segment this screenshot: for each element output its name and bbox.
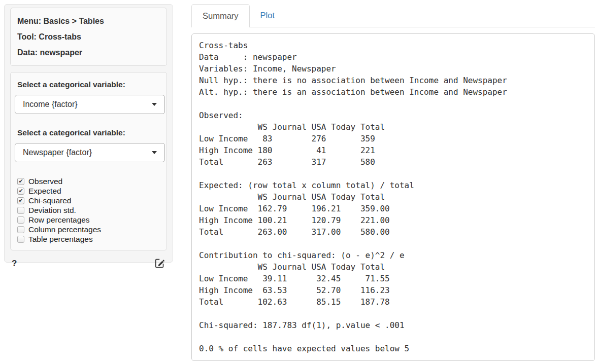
var1-label: Select a categorical variable:: [17, 80, 162, 89]
checkbox-label: Table percentages: [28, 235, 93, 244]
checkbox-checked-icon[interactable]: ✔: [17, 188, 24, 195]
checkbox-unchecked-icon[interactable]: [17, 216, 24, 224]
checkbox-row-expected[interactable]: ✔Expected: [15, 186, 162, 196]
checkbox-row-deviation-std[interactable]: Deviation std.: [15, 205, 162, 215]
var2-select[interactable]: Newspaper {factor}: [15, 143, 165, 162]
tab-bar: SummaryPlot: [191, 4, 595, 27]
checkbox-row-row-percentages[interactable]: Row percentages: [15, 215, 162, 225]
var2-selected-value: Newspaper {factor}: [23, 148, 92, 157]
tab-summary[interactable]: Summary: [191, 4, 250, 27]
output-options-list: ✔Observed✔Expected✔Chi-squaredDeviation …: [15, 176, 162, 244]
sidebar-footer: ?: [7, 257, 170, 269]
checkbox-row-column-percentages[interactable]: Column percentages: [15, 225, 162, 234]
var1-selected-value: Income {factor}: [23, 100, 78, 109]
tab-plot[interactable]: Plot: [250, 4, 285, 27]
help-button[interactable]: ?: [12, 259, 17, 269]
checkbox-checked-icon[interactable]: ✔: [17, 178, 24, 185]
checkbox-unchecked-icon[interactable]: [17, 207, 24, 214]
chevron-down-icon: [152, 103, 157, 106]
checkbox-label: Chi-squared: [28, 196, 71, 205]
summary-output-text: Cross-tabs Data : newspaper Variables: I…: [199, 40, 587, 354]
tool-name: Tool: Cross-tabs: [17, 29, 160, 45]
checkbox-row-observed[interactable]: ✔Observed: [15, 176, 162, 186]
var1-select[interactable]: Income {factor}: [15, 95, 165, 114]
dataset-name: Data: newspaper: [17, 45, 160, 60]
chevron-down-icon: [152, 151, 157, 154]
checkbox-row-table-percentages[interactable]: Table percentages: [15, 234, 162, 244]
checkbox-checked-icon[interactable]: ✔: [17, 197, 24, 204]
checkbox-label: Row percentages: [28, 215, 90, 225]
main-content: SummaryPlot Cross-tabs Data : newspaper …: [191, 4, 595, 361]
info-panel: Menu: Basics > Tables Tool: Cross-tabs D…: [10, 8, 167, 66]
checkbox-label: Deviation std.: [28, 206, 76, 215]
checkbox-label: Expected: [28, 187, 61, 196]
edit-report-icon[interactable]: [154, 258, 165, 269]
var2-label: Select a categorical variable:: [17, 128, 162, 137]
checkbox-row-chi-squared[interactable]: ✔Chi-squared: [15, 196, 162, 205]
controls-panel: Select a categorical variable: Income {f…: [10, 72, 167, 250]
sidebar: Menu: Basics > Tables Tool: Cross-tabs D…: [4, 4, 173, 263]
checkbox-label: Column percentages: [28, 225, 101, 234]
checkbox-unchecked-icon[interactable]: [17, 226, 24, 233]
checkbox-unchecked-icon[interactable]: [17, 236, 24, 243]
summary-output-panel: Cross-tabs Data : newspaper Variables: I…: [191, 33, 595, 361]
checkbox-label: Observed: [28, 177, 62, 186]
menu-breadcrumb: Menu: Basics > Tables: [17, 13, 160, 29]
